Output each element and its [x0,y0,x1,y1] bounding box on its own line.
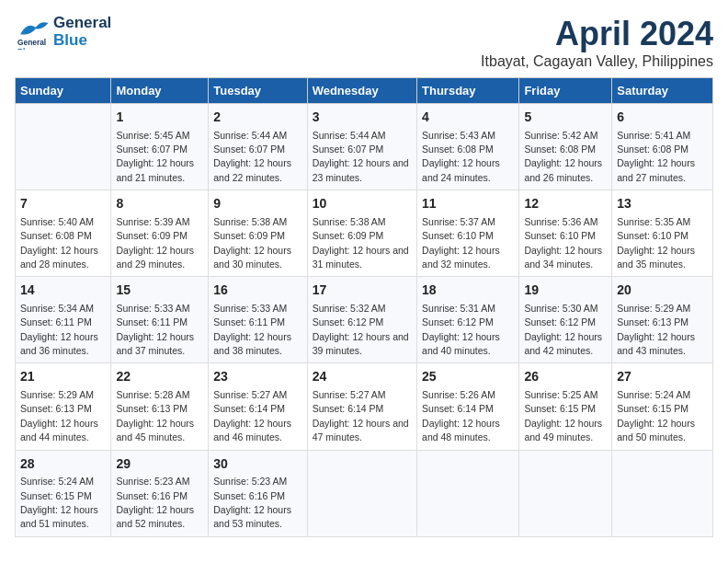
day-number: 1 [116,109,203,127]
day-info: Sunrise: 5:43 AMSunset: 6:08 PMDaylight:… [422,130,500,183]
day-number: 12 [524,195,607,213]
day-number: 16 [213,282,301,300]
calendar-cell [519,450,612,536]
day-info: Sunrise: 5:36 AMSunset: 6:10 PMDaylight:… [524,216,602,270]
day-info: Sunrise: 5:44 AMSunset: 6:07 PMDaylight:… [313,130,409,183]
col-sunday: Sunday [16,78,111,104]
calendar-cell: 22 Sunrise: 5:28 AMSunset: 6:13 PMDaylig… [111,363,209,450]
calendar-cell: 21 Sunrise: 5:29 AMSunset: 6:13 PMDaylig… [16,363,111,450]
day-info: Sunrise: 5:40 AMSunset: 6:08 PMDaylight:… [20,216,98,270]
calendar-cell: 26 Sunrise: 5:25 AMSunset: 6:15 PMDaylig… [519,363,612,450]
day-info: Sunrise: 5:28 AMSunset: 6:13 PMDaylight:… [116,389,194,442]
calendar-cell: 7 Sunrise: 5:40 AMSunset: 6:08 PMDayligh… [16,190,111,277]
calendar-cell: 27 Sunrise: 5:24 AMSunset: 6:15 PMDaylig… [612,363,713,450]
day-number: 28 [20,455,106,474]
day-number: 14 [20,282,106,300]
day-number: 11 [422,195,514,213]
col-tuesday: Tuesday [209,78,307,104]
day-number: 3 [313,109,412,127]
calendar-cell: 23 Sunrise: 5:27 AMSunset: 6:14 PMDaylig… [209,363,307,450]
day-info: Sunrise: 5:29 AMSunset: 6:13 PMDaylight:… [617,303,695,356]
day-number: 13 [617,195,708,213]
day-number: 27 [617,368,708,386]
calendar-cell: 16 Sunrise: 5:33 AMSunset: 6:11 PMDaylig… [209,277,307,363]
day-info: Sunrise: 5:38 AMSunset: 6:09 PMDaylight:… [313,216,409,270]
calendar-cell: 30 Sunrise: 5:23 AMSunset: 6:16 PMDaylig… [209,450,307,536]
calendar-cell: 6 Sunrise: 5:41 AMSunset: 6:08 PMDayligh… [612,104,713,190]
logo: General Blue General Blue [15,15,111,50]
calendar-cell: 29 Sunrise: 5:23 AMSunset: 6:16 PMDaylig… [111,450,209,536]
calendar-cell: 1 Sunrise: 5:45 AMSunset: 6:07 PMDayligh… [111,104,209,190]
calendar-cell: 3 Sunrise: 5:44 AMSunset: 6:07 PMDayligh… [307,104,416,190]
day-number: 18 [422,282,514,300]
page-header: General Blue General Blue April 2024 Itb… [15,15,713,70]
calendar-cell [417,450,519,536]
day-number: 5 [524,109,607,127]
day-info: Sunrise: 5:33 AMSunset: 6:11 PMDaylight:… [213,303,291,356]
calendar-cell: 15 Sunrise: 5:33 AMSunset: 6:11 PMDaylig… [111,277,209,363]
day-info: Sunrise: 5:24 AMSunset: 6:15 PMDaylight:… [617,389,695,442]
day-number: 29 [116,455,203,474]
calendar-week-row: 1 Sunrise: 5:45 AMSunset: 6:07 PMDayligh… [16,104,713,190]
day-number: 7 [20,195,106,213]
logo-general-text: General [53,15,111,32]
day-info: Sunrise: 5:24 AMSunset: 6:15 PMDaylight:… [20,476,98,529]
day-info: Sunrise: 5:23 AMSunset: 6:16 PMDaylight:… [213,476,291,529]
calendar-cell: 8 Sunrise: 5:39 AMSunset: 6:09 PMDayligh… [111,190,209,277]
day-number: 9 [213,195,301,213]
calendar-cell: 28 Sunrise: 5:24 AMSunset: 6:15 PMDaylig… [16,450,111,536]
calendar-cell: 5 Sunrise: 5:42 AMSunset: 6:08 PMDayligh… [519,104,612,190]
day-number: 26 [524,368,607,386]
calendar-cell: 12 Sunrise: 5:36 AMSunset: 6:10 PMDaylig… [519,190,612,277]
col-friday: Friday [519,78,612,104]
day-info: Sunrise: 5:25 AMSunset: 6:15 PMDaylight:… [524,389,602,442]
calendar-subtitle: Itbayat, Cagayan Valley, Philippines [481,53,713,70]
day-info: Sunrise: 5:35 AMSunset: 6:10 PMDaylight:… [617,216,695,270]
calendar-cell: 14 Sunrise: 5:34 AMSunset: 6:11 PMDaylig… [16,277,111,363]
day-info: Sunrise: 5:34 AMSunset: 6:11 PMDaylight:… [20,303,98,356]
calendar-table: Sunday Monday Tuesday Wednesday Thursday… [15,77,713,537]
svg-text:Blue: Blue [17,47,34,50]
day-info: Sunrise: 5:23 AMSunset: 6:16 PMDaylight:… [116,476,194,529]
day-info: Sunrise: 5:33 AMSunset: 6:11 PMDaylight:… [116,303,194,356]
day-info: Sunrise: 5:27 AMSunset: 6:14 PMDaylight:… [213,389,291,442]
day-number: 24 [313,368,412,386]
calendar-cell: 25 Sunrise: 5:26 AMSunset: 6:14 PMDaylig… [417,363,519,450]
calendar-week-row: 14 Sunrise: 5:34 AMSunset: 6:11 PMDaylig… [16,277,713,363]
calendar-header-row: Sunday Monday Tuesday Wednesday Thursday… [16,78,713,104]
calendar-cell: 13 Sunrise: 5:35 AMSunset: 6:10 PMDaylig… [612,190,713,277]
col-thursday: Thursday [417,78,519,104]
calendar-cell: 17 Sunrise: 5:32 AMSunset: 6:12 PMDaylig… [307,277,416,363]
day-info: Sunrise: 5:41 AMSunset: 6:08 PMDaylight:… [617,130,695,183]
calendar-cell [16,104,111,190]
logo-icon: General Blue [15,15,50,50]
day-number: 15 [116,282,203,300]
day-number: 19 [524,282,607,300]
day-number: 23 [213,368,301,386]
day-info: Sunrise: 5:26 AMSunset: 6:14 PMDaylight:… [422,389,500,442]
calendar-cell: 19 Sunrise: 5:30 AMSunset: 6:12 PMDaylig… [519,277,612,363]
day-info: Sunrise: 5:27 AMSunset: 6:14 PMDaylight:… [313,389,409,442]
calendar-cell: 18 Sunrise: 5:31 AMSunset: 6:12 PMDaylig… [417,277,519,363]
calendar-cell: 11 Sunrise: 5:37 AMSunset: 6:10 PMDaylig… [417,190,519,277]
calendar-cell: 20 Sunrise: 5:29 AMSunset: 6:13 PMDaylig… [612,277,713,363]
day-info: Sunrise: 5:45 AMSunset: 6:07 PMDaylight:… [116,130,194,183]
calendar-week-row: 21 Sunrise: 5:29 AMSunset: 6:13 PMDaylig… [16,363,713,450]
calendar-week-row: 7 Sunrise: 5:40 AMSunset: 6:08 PMDayligh… [16,190,713,277]
calendar-cell: 24 Sunrise: 5:27 AMSunset: 6:14 PMDaylig… [307,363,416,450]
day-number: 6 [617,109,708,127]
day-number: 21 [20,368,106,386]
day-number: 17 [313,282,412,300]
calendar-cell [612,450,713,536]
logo-blue-text: Blue [53,32,111,50]
day-info: Sunrise: 5:37 AMSunset: 6:10 PMDaylight:… [422,216,500,270]
day-info: Sunrise: 5:30 AMSunset: 6:12 PMDaylight:… [524,303,602,356]
calendar-week-row: 28 Sunrise: 5:24 AMSunset: 6:15 PMDaylig… [16,450,713,536]
day-number: 10 [313,195,412,213]
calendar-cell [307,450,416,536]
day-info: Sunrise: 5:44 AMSunset: 6:07 PMDaylight:… [213,130,291,183]
day-info: Sunrise: 5:32 AMSunset: 6:12 PMDaylight:… [313,303,409,356]
day-number: 30 [213,455,301,474]
calendar-cell: 2 Sunrise: 5:44 AMSunset: 6:07 PMDayligh… [209,104,307,190]
title-block: April 2024 Itbayat, Cagayan Valley, Phil… [481,15,713,70]
